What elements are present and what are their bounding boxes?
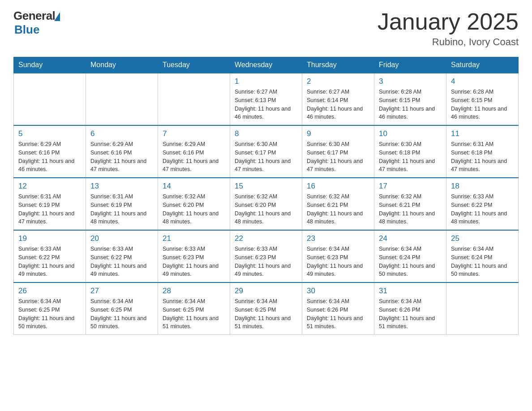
day-info: Sunrise: 6:34 AM Sunset: 6:25 PM Dayligh… <box>235 297 297 331</box>
calendar-cell: 29Sunrise: 6:34 AM Sunset: 6:25 PM Dayli… <box>230 283 302 335</box>
calendar-cell: 20Sunrise: 6:33 AM Sunset: 6:22 PM Dayli… <box>86 230 158 283</box>
location-subtitle: Rubino, Ivory Coast <box>378 36 519 48</box>
calendar-cell <box>446 283 519 335</box>
day-number: 22 <box>235 234 297 243</box>
day-number: 3 <box>379 77 442 86</box>
calendar-cell <box>158 73 230 125</box>
calendar-week-row: 12Sunrise: 6:31 AM Sunset: 6:19 PM Dayli… <box>14 178 519 230</box>
day-number: 8 <box>235 129 297 138</box>
calendar-cell: 3Sunrise: 6:28 AM Sunset: 6:15 PM Daylig… <box>374 73 446 125</box>
day-number: 11 <box>451 129 514 138</box>
calendar-cell: 27Sunrise: 6:34 AM Sunset: 6:25 PM Dayli… <box>86 283 158 335</box>
day-info: Sunrise: 6:28 AM Sunset: 6:15 PM Dayligh… <box>379 88 442 121</box>
day-info: Sunrise: 6:32 AM Sunset: 6:21 PM Dayligh… <box>307 193 369 226</box>
day-number: 28 <box>163 287 225 295</box>
calendar-cell: 5Sunrise: 6:29 AM Sunset: 6:16 PM Daylig… <box>14 125 86 178</box>
day-info: Sunrise: 6:28 AM Sunset: 6:15 PM Dayligh… <box>451 88 514 121</box>
day-info: Sunrise: 6:34 AM Sunset: 6:26 PM Dayligh… <box>307 297 369 331</box>
day-info: Sunrise: 6:30 AM Sunset: 6:18 PM Dayligh… <box>379 140 442 174</box>
day-number: 7 <box>163 129 225 138</box>
day-info: Sunrise: 6:34 AM Sunset: 6:23 PM Dayligh… <box>307 245 369 278</box>
calendar-cell: 9Sunrise: 6:30 AM Sunset: 6:17 PM Daylig… <box>302 125 374 178</box>
calendar-cell: 21Sunrise: 6:33 AM Sunset: 6:23 PM Dayli… <box>158 230 230 283</box>
calendar-cell: 16Sunrise: 6:32 AM Sunset: 6:21 PM Dayli… <box>302 178 374 230</box>
calendar-cell: 28Sunrise: 6:34 AM Sunset: 6:25 PM Dayli… <box>158 283 230 335</box>
day-info: Sunrise: 6:34 AM Sunset: 6:25 PM Dayligh… <box>90 297 153 331</box>
calendar-cell: 31Sunrise: 6:34 AM Sunset: 6:26 PM Dayli… <box>374 283 446 335</box>
day-of-week-header: Friday <box>374 57 446 73</box>
calendar-cell: 8Sunrise: 6:30 AM Sunset: 6:17 PM Daylig… <box>230 125 302 178</box>
page-header: General Blue January 2025 Rubino, Ivory … <box>13 9 519 48</box>
calendar-cell: 2Sunrise: 6:27 AM Sunset: 6:14 PM Daylig… <box>302 73 374 125</box>
day-info: Sunrise: 6:27 AM Sunset: 6:14 PM Dayligh… <box>307 88 369 121</box>
logo-general-text: General <box>13 9 55 23</box>
day-info: Sunrise: 6:34 AM Sunset: 6:24 PM Dayligh… <box>451 245 514 278</box>
calendar-cell: 7Sunrise: 6:29 AM Sunset: 6:16 PM Daylig… <box>158 125 230 178</box>
calendar-week-row: 1Sunrise: 6:27 AM Sunset: 6:13 PM Daylig… <box>14 73 519 125</box>
calendar-cell: 11Sunrise: 6:31 AM Sunset: 6:18 PM Dayli… <box>446 125 519 178</box>
calendar-cell: 1Sunrise: 6:27 AM Sunset: 6:13 PM Daylig… <box>230 73 302 125</box>
day-number: 10 <box>379 129 442 138</box>
day-info: Sunrise: 6:34 AM Sunset: 6:25 PM Dayligh… <box>18 297 81 331</box>
calendar-cell: 15Sunrise: 6:32 AM Sunset: 6:20 PM Dayli… <box>230 178 302 230</box>
calendar-cell: 24Sunrise: 6:34 AM Sunset: 6:24 PM Dayli… <box>374 230 446 283</box>
calendar-cell: 4Sunrise: 6:28 AM Sunset: 6:15 PM Daylig… <box>446 73 519 125</box>
day-number: 18 <box>451 182 514 191</box>
calendar-cell: 22Sunrise: 6:33 AM Sunset: 6:23 PM Dayli… <box>230 230 302 283</box>
day-number: 29 <box>235 287 297 295</box>
calendar-header-row: SundayMondayTuesdayWednesdayThursdayFrid… <box>14 57 519 73</box>
month-title: January 2025 <box>378 9 519 34</box>
day-number: 17 <box>379 182 442 191</box>
day-number: 25 <box>451 234 514 243</box>
calendar-week-row: 5Sunrise: 6:29 AM Sunset: 6:16 PM Daylig… <box>14 125 519 178</box>
calendar-cell: 10Sunrise: 6:30 AM Sunset: 6:18 PM Dayli… <box>374 125 446 178</box>
day-of-week-header: Sunday <box>14 57 86 73</box>
day-number: 26 <box>18 287 81 295</box>
day-number: 6 <box>90 129 153 138</box>
day-info: Sunrise: 6:32 AM Sunset: 6:20 PM Dayligh… <box>163 193 225 226</box>
day-info: Sunrise: 6:33 AM Sunset: 6:22 PM Dayligh… <box>18 245 81 278</box>
day-number: 23 <box>307 234 369 243</box>
calendar-cell: 19Sunrise: 6:33 AM Sunset: 6:22 PM Dayli… <box>14 230 86 283</box>
day-info: Sunrise: 6:34 AM Sunset: 6:24 PM Dayligh… <box>379 245 442 278</box>
calendar-table: SundayMondayTuesdayWednesdayThursdayFrid… <box>13 57 519 335</box>
day-info: Sunrise: 6:27 AM Sunset: 6:13 PM Dayligh… <box>235 88 297 121</box>
day-of-week-header: Wednesday <box>230 57 302 73</box>
day-info: Sunrise: 6:30 AM Sunset: 6:17 PM Dayligh… <box>307 140 369 174</box>
logo-blue-text: Blue <box>14 23 60 37</box>
day-of-week-header: Saturday <box>446 57 519 73</box>
day-number: 4 <box>451 77 514 86</box>
day-number: 15 <box>235 182 297 191</box>
day-info: Sunrise: 6:31 AM Sunset: 6:19 PM Dayligh… <box>90 193 153 226</box>
day-info: Sunrise: 6:34 AM Sunset: 6:25 PM Dayligh… <box>163 297 225 331</box>
day-info: Sunrise: 6:33 AM Sunset: 6:22 PM Dayligh… <box>90 245 153 278</box>
day-number: 16 <box>307 182 369 191</box>
day-number: 12 <box>18 182 81 191</box>
calendar-cell: 14Sunrise: 6:32 AM Sunset: 6:20 PM Dayli… <box>158 178 230 230</box>
day-number: 24 <box>379 234 442 243</box>
day-info: Sunrise: 6:33 AM Sunset: 6:23 PM Dayligh… <box>235 245 297 278</box>
title-area: January 2025 Rubino, Ivory Coast <box>378 9 519 48</box>
day-number: 9 <box>307 129 369 138</box>
calendar-cell: 26Sunrise: 6:34 AM Sunset: 6:25 PM Dayli… <box>14 283 86 335</box>
day-number: 1 <box>235 77 297 86</box>
day-number: 30 <box>307 287 369 295</box>
day-number: 13 <box>90 182 153 191</box>
calendar-cell: 17Sunrise: 6:32 AM Sunset: 6:21 PM Dayli… <box>374 178 446 230</box>
calendar-cell: 12Sunrise: 6:31 AM Sunset: 6:19 PM Dayli… <box>14 178 86 230</box>
day-info: Sunrise: 6:31 AM Sunset: 6:19 PM Dayligh… <box>18 193 81 226</box>
day-info: Sunrise: 6:31 AM Sunset: 6:18 PM Dayligh… <box>451 140 514 174</box>
calendar-week-row: 19Sunrise: 6:33 AM Sunset: 6:22 PM Dayli… <box>14 230 519 283</box>
calendar-cell: 23Sunrise: 6:34 AM Sunset: 6:23 PM Dayli… <box>302 230 374 283</box>
calendar-cell: 30Sunrise: 6:34 AM Sunset: 6:26 PM Dayli… <box>302 283 374 335</box>
day-number: 19 <box>18 234 81 243</box>
day-of-week-header: Thursday <box>302 57 374 73</box>
calendar-cell: 13Sunrise: 6:31 AM Sunset: 6:19 PM Dayli… <box>86 178 158 230</box>
day-info: Sunrise: 6:29 AM Sunset: 6:16 PM Dayligh… <box>163 140 225 174</box>
calendar-cell <box>86 73 158 125</box>
day-info: Sunrise: 6:34 AM Sunset: 6:26 PM Dayligh… <box>379 297 442 331</box>
day-info: Sunrise: 6:33 AM Sunset: 6:23 PM Dayligh… <box>163 245 225 278</box>
logo-triangle-icon <box>54 12 60 21</box>
day-number: 14 <box>163 182 225 191</box>
logo: General Blue <box>13 9 60 37</box>
